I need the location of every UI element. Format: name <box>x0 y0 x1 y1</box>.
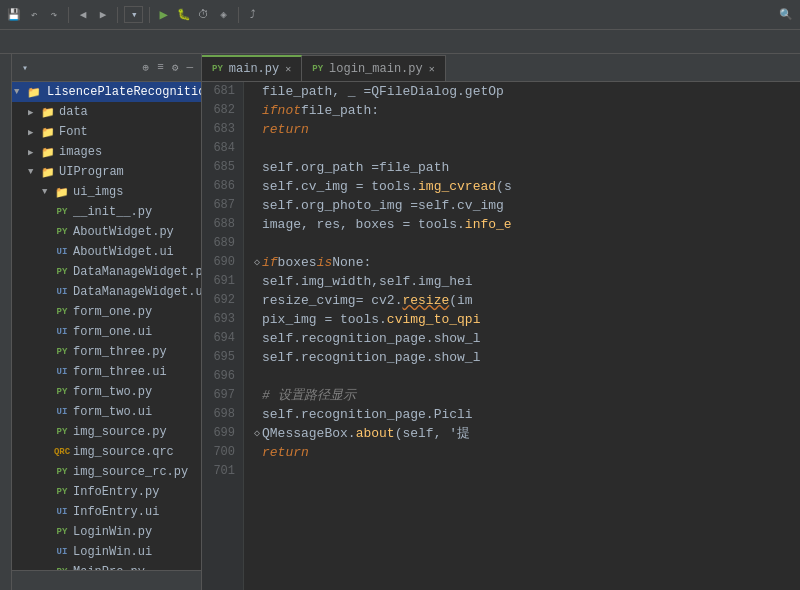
code-token: self <box>262 196 293 215</box>
code-token: pix_img = tools. <box>262 310 387 329</box>
save-icon[interactable]: 💾 <box>6 7 22 23</box>
tree-item-infoentry_py[interactable]: PYInfoEntry.py <box>12 482 201 502</box>
tree-item-lisenceplaterecognition[interactable]: ▼📁LisencePlateRecognition <box>12 82 201 102</box>
code-token: if <box>262 101 278 120</box>
tree-arrow-icon: ▼ <box>28 167 40 177</box>
project-panel-title: ▾ <box>18 62 28 74</box>
tree-item-infoentry_ui[interactable]: UIInfoEntry.ui <box>12 502 201 522</box>
code-content: 6816826836846856866876886896906916926936… <box>202 82 800 590</box>
vcs-icon[interactable]: ⤴ <box>245 7 261 23</box>
qrc-file-icon: QRC <box>54 445 70 459</box>
tree-item-mainpro_py[interactable]: PYMainPro.py <box>12 562 201 570</box>
code-line-692: resize_cvimg = cv2.resize(im <box>254 291 800 310</box>
sdk-dropdown[interactable]: ▾ <box>124 6 143 23</box>
code-token: cvimg_to_qpi <box>387 310 481 329</box>
tree-item-font[interactable]: ▶📁Font <box>12 122 201 142</box>
tree-item-datamanagewidget_ui[interactable]: UIDataManageWidget.ui <box>12 282 201 302</box>
line-numbers: 6816826836846856866876886896906916926936… <box>202 82 244 590</box>
line-number: 699 <box>202 424 235 443</box>
project-side-panel-label[interactable] <box>0 54 12 590</box>
tree-item-img_source_qrc[interactable]: QRCimg_source.qrc <box>12 442 201 462</box>
tree-item-datamanagewidget_py[interactable]: PYDataManageWidget.py <box>12 262 201 282</box>
line-number: 693 <box>202 310 235 329</box>
code-token: self <box>262 158 293 177</box>
code-line-699: ◇ QMessageBox.about(self, '提 <box>254 424 800 443</box>
code-token: .img_hei <box>410 272 472 291</box>
code-token: file_path <box>301 101 371 120</box>
back-icon[interactable]: ◀ <box>75 7 91 23</box>
code-token: None <box>332 253 363 272</box>
tree-item-form_two_py[interactable]: PYform_two.py <box>12 382 201 402</box>
code-token: : <box>363 253 371 272</box>
tree-item-label: LoginWin.py <box>73 525 152 539</box>
python-file-icon: PY <box>54 425 70 439</box>
code-line-697: # 设置路径显示 <box>254 386 800 405</box>
tab-close-icon[interactable]: ✕ <box>429 63 435 75</box>
panel-settings-icon[interactable]: ⚙ <box>170 59 181 76</box>
python-file-icon: PY <box>54 305 70 319</box>
code-token: self <box>418 196 449 215</box>
code-token: file_path <box>379 158 449 177</box>
tree-item-label: InfoEntry.py <box>73 485 159 499</box>
tree-item-label: img_source.qrc <box>73 445 174 459</box>
python-file-icon: PY <box>54 485 70 499</box>
tree-item-aboutwidget_py[interactable]: PYAboutWidget.py <box>12 222 201 242</box>
tree-item-form_two_ui[interactable]: UIform_two.ui <box>12 402 201 422</box>
panel-add-icon[interactable]: ⊕ <box>141 59 152 76</box>
line-number: 694 <box>202 329 235 348</box>
code-token: self <box>262 177 293 196</box>
tree-item-label: LisencePlateRecognition <box>45 84 201 100</box>
tree-item-label: LoginWin.ui <box>73 545 152 559</box>
tab-label: main.py <box>229 62 279 76</box>
tree-item-img_source_rc_py[interactable]: PYimg_source_rc.py <box>12 462 201 482</box>
tab-bar: PYmain.py✕PYlogin_main.py✕ <box>202 54 800 82</box>
code-line-683: return <box>254 120 800 139</box>
tree-item-label: img_source_rc.py <box>73 465 188 479</box>
tab-login_main_py[interactable]: PYlogin_main.py✕ <box>302 55 445 81</box>
tree-item-loginwin_ui[interactable]: UILoginWin.ui <box>12 542 201 562</box>
code-token: self <box>262 329 293 348</box>
tree-item-aboutwidget_ui[interactable]: UIAboutWidget.ui <box>12 242 201 262</box>
tree-item-form_three_py[interactable]: PYform_three.py <box>12 342 201 362</box>
ui-file-icon: UI <box>54 405 70 419</box>
tree-item-img_source_py[interactable]: PYimg_source.py <box>12 422 201 442</box>
search-toolbar-icon[interactable]: 🔍 <box>778 7 794 23</box>
tree-item-form_one_ui[interactable]: UIform_one.ui <box>12 322 201 342</box>
tree-item-form_one_py[interactable]: PYform_one.py <box>12 302 201 322</box>
tab-close-icon[interactable]: ✕ <box>285 63 291 75</box>
undo-icon[interactable]: ↶ <box>26 7 42 23</box>
tab-label: login_main.py <box>329 62 423 76</box>
tree-item-__init___py[interactable]: PY__init__.py <box>12 202 201 222</box>
panel-collapse-icon[interactable]: — <box>184 59 195 76</box>
code-lines[interactable]: file_path, _ = QFileDialog.getOp if not … <box>244 82 800 590</box>
forward-icon[interactable]: ▶ <box>95 7 111 23</box>
tree-item-form_three_ui[interactable]: UIform_three.ui <box>12 362 201 382</box>
project-titlebar <box>0 30 800 54</box>
structure-bottom-label[interactable] <box>12 570 201 590</box>
code-token: : <box>371 101 379 120</box>
tree-item-images[interactable]: ▶📁images <box>12 142 201 162</box>
tree-item-label: img_source.py <box>73 425 167 439</box>
code-token: ( <box>496 177 504 196</box>
bug-icon[interactable]: 🐛 <box>176 7 192 23</box>
tree-item-data[interactable]: ▶📁data <box>12 102 201 122</box>
code-token: resize <box>402 291 449 310</box>
code-token: .recognition_page.show_l <box>293 329 480 348</box>
code-token: return <box>262 443 309 462</box>
tab-main_py[interactable]: PYmain.py✕ <box>202 55 302 81</box>
line-number: 691 <box>202 272 235 291</box>
project-panel: ▾ ⊕ ≡ ⚙ — ▼📁LisencePlateRecognition▶📁dat… <box>12 54 202 590</box>
tree-item-ui_imgs[interactable]: ▼📁ui_imgs <box>12 182 201 202</box>
redo-icon[interactable]: ↷ <box>46 7 62 23</box>
code-line-700: return <box>254 443 800 462</box>
tree-item-label: form_three.ui <box>73 365 167 379</box>
tree-item-loginwin_py[interactable]: PYLoginWin.py <box>12 522 201 542</box>
tree-arrow-icon: ▶ <box>28 147 40 158</box>
line-number: 701 <box>202 462 235 481</box>
panel-menu-icon[interactable]: ≡ <box>155 59 166 76</box>
profile-icon[interactable]: ⏱ <box>196 7 212 23</box>
tree-item-label: AboutWidget.ui <box>73 245 174 259</box>
coverage-icon[interactable]: ◈ <box>216 7 232 23</box>
run-icon[interactable]: ▶ <box>156 7 172 23</box>
tree-item-uiprogram[interactable]: ▼📁UIProgram <box>12 162 201 182</box>
